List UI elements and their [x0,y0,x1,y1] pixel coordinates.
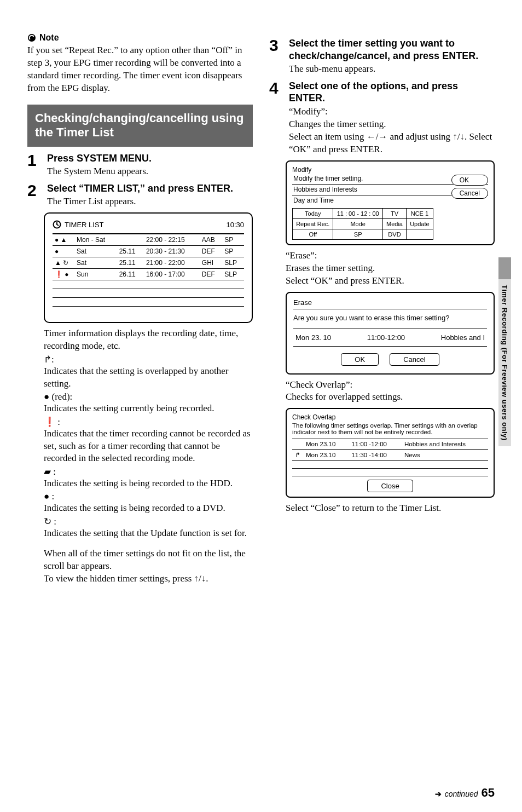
erase-row-name: Hobbies and I [441,333,485,342]
svg-point-1 [33,36,34,37]
desc-scroll2: To view the hidden timer settings, press… [44,573,253,585]
modify-panel-title: Modify [292,166,488,174]
overlap-panel-title: Check Overlap [292,413,488,421]
table-row: ↱Mon 23.1011:30 -14:00News [292,450,488,461]
overlap-panel: Check Overlap The following timer settin… [286,408,495,498]
step-number-4: 4 [269,80,283,156]
upd-icon-label: ↻ : [44,516,253,527]
table-row: ● ▲Mon - Sat22:00 - 22:15AABSP [53,234,244,246]
erase-question: Are you sure you want to erase this time… [293,314,487,322]
modify-panel: Modify Modify the timer setting. Hobbies… [286,160,495,245]
dvd-icon-label: ● : [44,491,253,502]
desc-hdd: Indicates the setting is being recorded … [44,477,253,490]
clock-icon [53,220,61,229]
step-number-1: 1 [27,152,42,178]
warn-icon-label: ❗ : [44,416,253,428]
step1-title: Press SYSTEM MENU. [47,152,253,165]
hdd-icon-label: ▰ : [44,466,253,477]
timer-list-clock: 10:30 [226,221,244,229]
erase-l1: Erases the timer setting. [286,262,495,275]
overlap-label: “Check Overlap”: [286,379,495,391]
step4-title: Select one of the options, and press ENT… [289,80,495,105]
ok-button[interactable]: OK [451,175,488,186]
table-row: ❗ ●Sun26.1116:00 - 17:00DEFSLP [53,269,244,280]
desc-scroll1: When all of the timer settings do not fi… [44,548,253,573]
desc-intro: Timer information displays the recording… [44,327,253,353]
overlap-desc: The following timer settings overlap. Ti… [292,422,488,435]
modify-l1: Changes the timer setting. [289,118,495,131]
erase-row-time: 11:00-12:00 [367,333,405,342]
overlap-table: Mon 23.1011:00 -12:00Hobbies and Interes… [292,439,488,476]
table-row: ●Sat25.1120:30 - 21:30DEFSP [53,246,244,257]
continued-label: continued [445,790,478,798]
step2-title: Select “TIMER LIST,” and press ENTER. [47,182,253,195]
close-button[interactable]: Close [367,480,413,492]
step3-title: Select the timer setting you want to che… [289,37,495,62]
step2-sub: The Timer List appears. [47,195,253,208]
step-number-3: 3 [269,37,283,76]
section-title: Checking/changing/cancelling using the T… [27,105,253,147]
erase-label: “Erase”: [286,250,495,262]
timer-list-panel: TIMER LIST 10:30 ● ▲Mon - Sat22:00 - 22:… [44,212,253,323]
note-label: Note [39,33,59,43]
footer: ➔ continued 65 [435,786,495,800]
note-body: If you set “Repeat Rec.” to any option o… [27,44,253,95]
overlap-l1: Checks for overlapped settings. [286,391,495,404]
note-icon [27,33,36,42]
erase-row-date: Mon 23. 10 [295,333,331,342]
erase-l2: Select “OK” and press ENTER. [286,275,495,287]
desc-warn: Indicates that the timer recording canno… [44,428,253,465]
timer-list-table: ● ▲Mon - Sat22:00 - 22:15AABSP ●Sat25.11… [53,233,244,315]
desc-upd: Indicates the setting that the Update fu… [44,527,253,540]
cancel-button[interactable]: Cancel [451,188,488,199]
desc-red: Indicates the setting currently being re… [44,402,253,415]
step1-sub: The System Menu appears. [47,165,253,178]
overlap-after: Select “Close” to return to the Timer Li… [286,502,495,515]
red-icon-label: ● (red): [44,391,253,402]
step3-sub: The sub-menu appears. [289,63,495,76]
erase-panel-title: Erase [293,298,487,309]
modify-l2: Select an item using ←/→ and adjust usin… [289,131,495,156]
table-row: ▲ ↻Sat25.1121:00 - 22:00GHISLP [53,257,244,269]
timer-list-title: TIMER LIST [65,221,104,229]
table-row: Mon 23.1011:00 -12:00Hobbies and Interes… [292,439,488,450]
note-heading: Note [27,33,253,43]
step-number-2: 2 [27,182,42,208]
erase-panel: Erase Are you sure you want to erase thi… [286,292,495,375]
continued-arrow-icon: ➔ [435,790,442,798]
erase-cancel-button[interactable]: Cancel [390,353,439,366]
page-number: 65 [482,786,495,800]
overlap-icon-label: ↱: [44,354,253,365]
side-tab: Timer Recording (For Freeview users only… [498,279,511,446]
erase-ok-button[interactable]: OK [341,353,379,366]
desc-dvd: Indicates the setting is being recorded … [44,502,253,515]
desc-overlap: Indicates that the setting is overlapped… [44,365,253,390]
modify-table: Today11 : 00 - 12 : 00TVNCE 1 Repeat Rec… [292,208,433,240]
modify-label: “Modify”: [289,106,495,118]
